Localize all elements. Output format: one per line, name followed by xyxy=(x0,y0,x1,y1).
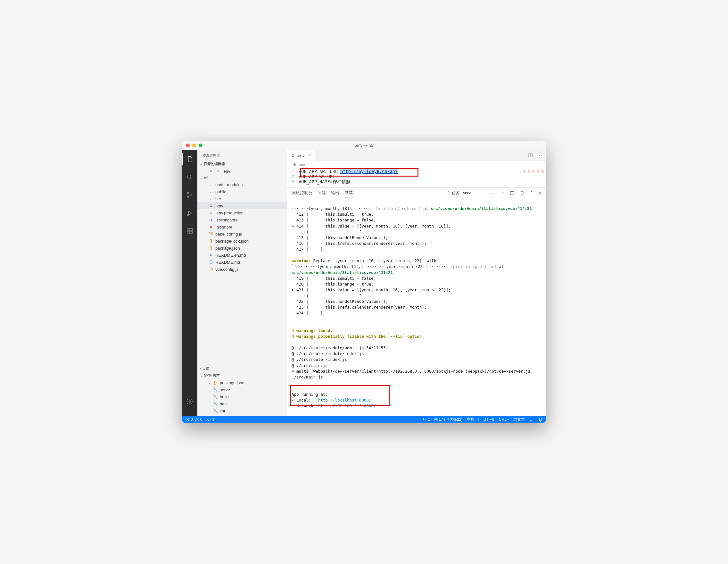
file-env[interactable]: ⚙.env xyxy=(197,202,287,209)
file-readme-en[interactable]: ⬇README.en.md xyxy=(197,252,287,259)
wrench-icon: 🔧 xyxy=(213,394,218,399)
folder-node-modules[interactable]: node_modules xyxy=(197,181,287,188)
new-terminal-icon[interactable]: + xyxy=(501,190,505,196)
split-editor-icon[interactable] xyxy=(528,153,533,158)
tab-bar: ⚙ .env × ⋯ xyxy=(287,150,546,161)
minimize-window-button[interactable] xyxy=(192,144,196,147)
svg-point-9 xyxy=(189,401,191,402)
npm-script-serve[interactable]: 🔧serve xyxy=(197,386,287,393)
status-language[interactable]: 纯文本 xyxy=(513,417,525,422)
minimap[interactable] xyxy=(522,170,544,173)
status-bell-icon[interactable] xyxy=(538,417,543,422)
open-editors-header[interactable]: ⌄打开的编辑器 xyxy=(197,161,287,167)
explorer-icon[interactable] xyxy=(182,153,197,165)
vscode-window: .env — h5 xyxy=(182,141,546,423)
terminal-task-select[interactable]: 1: 任务 - serve xyxy=(445,189,496,197)
tab-label: .env xyxy=(297,153,305,158)
project-header[interactable]: ⌄H5 xyxy=(197,175,287,181)
traffic-lights xyxy=(186,144,203,147)
close-panel-icon[interactable]: × xyxy=(539,190,542,196)
status-warnings[interactable]: 0 xyxy=(195,417,203,422)
folder-public[interactable]: public xyxy=(197,188,287,195)
panel-tab-bar: 调试控制台 问题 输出 终端 1: 任务 - serve + ⌃ × xyxy=(287,188,546,198)
chevron-down-icon: ⌄ xyxy=(208,381,211,385)
kill-terminal-icon[interactable] xyxy=(520,191,525,195)
wrench-icon: 🔧 xyxy=(213,401,218,406)
svg-rect-8 xyxy=(190,228,192,231)
file-eslintignore[interactable]: ◑.eslintignore xyxy=(197,216,287,223)
npm-script-dev[interactable]: 🔧dev xyxy=(197,400,287,407)
npm-script-lint[interactable]: 🔧lint xyxy=(197,407,287,414)
panel-tab-problems[interactable]: 问题 xyxy=(318,189,326,197)
wrench-icon: 🔧 xyxy=(213,387,218,392)
svg-point-2 xyxy=(187,196,189,198)
file-gitignore[interactable]: ◆.gitignore xyxy=(197,223,287,230)
file-package-lock[interactable]: {}package-lock.json xyxy=(197,237,287,245)
svg-rect-6 xyxy=(187,231,189,234)
more-actions-icon[interactable]: ⋯ xyxy=(537,153,542,159)
tab-env[interactable]: ⚙ .env × xyxy=(287,150,315,161)
npm-package-json[interactable]: ⌄{}package.json xyxy=(197,379,287,386)
status-bar: 0 0 1 行 1，列 17 (已选择22) 空格: 4 UTF-8 CRLF … xyxy=(182,416,546,423)
panel-tab-debug[interactable]: 调试控制台 xyxy=(292,189,312,197)
status-eol[interactable]: CRLF xyxy=(499,417,509,422)
file-env-production[interactable]: ≡.env.production xyxy=(197,209,287,216)
titlebar: .env — h5 xyxy=(182,141,546,150)
status-cursor[interactable]: 行 1，列 17 (已选择22) xyxy=(423,417,462,422)
file-vue-config[interactable]: JSvue.config.js xyxy=(197,266,287,273)
activity-bar xyxy=(182,150,197,416)
sidebar-title: 资源管理器 xyxy=(197,150,287,161)
svg-point-4 xyxy=(187,215,189,216)
status-ports[interactable]: 1 xyxy=(207,417,214,422)
status-feedback-icon[interactable] xyxy=(529,417,534,422)
close-icon[interactable]: × xyxy=(208,169,213,174)
settings-gear-icon[interactable] xyxy=(182,395,197,408)
debug-icon[interactable] xyxy=(182,207,197,219)
bottom-panel: 调试控制台 问题 输出 终端 1: 任务 - serve + ⌃ × xyxy=(287,187,546,416)
js-icon: JS xyxy=(208,267,213,272)
terminal-output[interactable]: ·······[year,·month,·18]␍␊······` (prett… xyxy=(287,198,546,416)
json-icon: {} xyxy=(208,245,213,251)
search-icon[interactable] xyxy=(182,171,197,183)
maximize-window-button[interactable] xyxy=(199,144,203,147)
split-terminal-icon[interactable] xyxy=(510,191,515,195)
json-icon: {} xyxy=(213,380,218,385)
svg-point-1 xyxy=(187,192,189,194)
gear-icon: ⚙ xyxy=(215,169,220,174)
wrench-icon: 🔧 xyxy=(213,408,218,413)
status-encoding[interactable]: UTF-8 xyxy=(484,417,494,422)
git-icon: ◆ xyxy=(208,224,213,229)
svg-point-3 xyxy=(191,195,192,196)
code-editor[interactable]: 1VUE_APP_API_URL=http://ny.ldey8.cn/api … xyxy=(287,168,546,187)
folder-src[interactable]: src xyxy=(197,195,287,202)
npm-script-build[interactable]: 🔧build xyxy=(197,393,287,400)
chevron-right-icon xyxy=(208,196,213,201)
window-title: .env — h5 xyxy=(182,143,546,148)
file-package-json[interactable]: {}package.json xyxy=(197,245,287,252)
gear-icon: ⚙ xyxy=(291,153,295,158)
file-readme[interactable]: ⓘREADME.md xyxy=(197,259,287,266)
download-icon: ⬇ xyxy=(208,253,213,258)
npm-scripts-header[interactable]: ⌄NPM 脚本 xyxy=(197,372,287,379)
close-window-button[interactable] xyxy=(186,144,190,147)
maximize-panel-icon[interactable]: ⌃ xyxy=(530,190,534,195)
panel-tab-output[interactable]: 输出 xyxy=(331,189,339,197)
extensions-icon[interactable] xyxy=(182,225,197,237)
open-editor-item[interactable]: × ⚙ .env xyxy=(197,168,287,175)
file-babel-config[interactable]: JSbabel.config.js xyxy=(197,230,287,237)
gear-icon: ⚙ xyxy=(208,203,213,208)
svg-point-0 xyxy=(187,175,191,178)
status-errors[interactable]: 0 xyxy=(185,417,193,422)
editor-area: ⚙ .env × ⋯ ⚙ .env 1VUE_APP_ xyxy=(287,150,546,416)
svg-rect-5 xyxy=(187,228,189,231)
gear-icon: ⚙ xyxy=(293,162,296,167)
status-spaces[interactable]: 空格: 4 xyxy=(467,417,479,422)
close-tab-icon[interactable]: × xyxy=(307,153,311,158)
file-icon: ≡ xyxy=(208,210,213,215)
source-control-icon[interactable] xyxy=(182,189,197,201)
breadcrumb[interactable]: ⚙ .env xyxy=(287,161,546,168)
panel-tab-terminal[interactable]: 终端 xyxy=(344,188,353,197)
json-icon: {} xyxy=(208,238,213,244)
js-icon: JS xyxy=(208,231,213,236)
outline-header[interactable]: ›大纲 xyxy=(197,365,287,372)
